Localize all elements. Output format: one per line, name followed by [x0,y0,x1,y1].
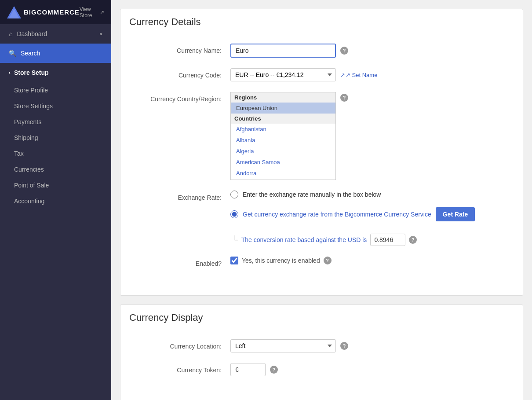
countries-group-label: Countries [231,114,335,124]
currency-display-title: Currency Display [120,305,523,330]
sidebar-item-tax[interactable]: Tax [0,146,111,161]
currency-country-listbox-wrap: Regions European Union Countries Afghani… [230,92,336,180]
listbox-item-american-samoa[interactable]: American Samoa [231,157,335,168]
currency-country-label: Currency Country/Region: [134,92,230,103]
exchange-rate-row: Exchange Rate: Enter the exchange rate m… [134,191,510,246]
exchange-service-label: Get currency exchange rate from the Bigc… [243,211,431,218]
currency-country-listbox[interactable]: Regions European Union Countries Afghani… [230,92,336,180]
sidebar-item-dashboard[interactable]: ⌂ Dashboard « [0,24,111,44]
set-name-icon: ↗ [340,72,345,78]
sidebar-item-store-profile[interactable]: Store Profile [0,82,111,98]
currency-location-label: Currency Location: [134,339,230,350]
enabled-controls: Yes, this currency is enabled ? [230,257,510,264]
collapse-icon: « [99,31,102,37]
sidebar-item-store-settings[interactable]: Store Settings [0,98,111,114]
currency-code-select[interactable]: EUR -- Euro -- €1,234.12 [230,68,336,81]
regions-group-label: Regions [231,92,335,103]
currency-name-controls: ? [230,44,510,58]
sidebar-section-store-setup[interactable]: ‹ Store Setup [0,63,111,82]
conversion-help-icon[interactable]: ? [409,236,417,244]
enabled-row: Enabled? Yes, this currency is enabled ? [134,257,510,267]
currency-code-label: Currency Code: [134,68,230,79]
exchange-rate-label: Exchange Rate: [134,191,230,201]
sidebar-item-payments[interactable]: Payments [0,114,111,130]
listbox-item-algeria[interactable]: Algeria [231,146,335,157]
currency-token-input[interactable] [230,363,266,376]
currency-name-help-icon[interactable]: ? [340,47,348,55]
exchange-manual-label: Enter the exchange rate manually in the … [243,191,381,198]
currency-location-help-icon[interactable]: ? [340,342,348,350]
currency-name-input[interactable] [230,44,336,58]
conversion-rate-input[interactable] [370,234,405,246]
conversion-rate-row: └ The conversion rate based against the … [230,234,417,246]
view-store-link[interactable]: View Store ↗ [80,6,104,18]
search-icon: 🔍 [9,50,16,57]
chevron-left-icon: ‹ [9,70,11,76]
currency-name-row: Currency Name: ? [134,44,510,58]
enabled-checkbox-row: Yes, this currency is enabled ? [230,257,332,264]
currency-country-help-icon[interactable]: ? [340,94,348,102]
enabled-help-icon[interactable]: ? [324,257,332,264]
set-name-link[interactable]: ↗ ↗ Set Name [340,72,377,78]
exchange-radio-manual-row: Enter the exchange rate manually in the … [230,191,381,198]
listbox-item-angola[interactable]: Angola [231,179,335,180]
currency-code-row: Currency Code: EUR -- Euro -- €1,234.12 … [134,68,510,81]
conversion-text: The conversion rate based against the US… [241,236,367,243]
currency-token-controls: ? [230,363,510,376]
logo-area: BIGCOMMERCE [7,6,80,18]
sidebar-item-currencies[interactable]: Currencies [0,161,111,177]
get-rate-button[interactable]: Get Rate [436,207,475,221]
exchange-radio-service[interactable] [230,210,238,218]
sidebar-item-accounting[interactable]: Accounting [0,193,111,209]
sidebar-search[interactable]: 🔍 Search [0,44,111,63]
currency-display-form: Currency Location: Left Right ? Currency… [120,330,523,400]
sidebar: BIGCOMMERCE View Store ↗ ⌂ Dashboard « 🔍… [0,0,111,400]
currency-details-title: Currency Details [120,9,523,35]
listbox-item-andorra[interactable]: Andorra [231,168,335,179]
currency-token-row: Currency Token: ? [134,363,510,376]
home-icon: ⌂ [9,30,12,37]
currency-code-controls: EUR -- Euro -- €1,234.12 ↗ ↗ Set Name [230,68,510,81]
listbox-item-albania[interactable]: Albania [231,135,335,146]
exchange-radio-service-row: Get currency exchange rate from the Bigc… [230,207,475,221]
exchange-radio-manual[interactable] [230,191,238,198]
listbox-item-european-union[interactable]: European Union [231,103,335,114]
sidebar-item-shipping[interactable]: Shipping [0,130,111,146]
sidebar-item-point-of-sale[interactable]: Point of Sale [0,177,111,193]
sidebar-header: BIGCOMMERCE View Store ↗ [0,0,111,24]
currency-location-controls: Left Right ? [230,339,510,352]
enabled-checkbox[interactable] [230,257,238,264]
currency-location-row: Currency Location: Left Right ? [134,339,510,352]
main-content: Currency Details Currency Name: ? Curren… [111,0,532,400]
currency-country-row: Currency Country/Region: Regions Europea… [134,92,510,180]
listbox-item-afghanistan[interactable]: Afghanistan [231,124,335,135]
currency-details-form: Currency Name: ? Currency Code: EUR -- E… [120,35,523,295]
logo-text: BIGCOMMERCE [24,8,80,16]
currency-token-label: Currency Token: [134,363,230,374]
enabled-label: Enabled? [134,257,230,267]
currency-name-label: Currency Name: [134,44,230,54]
enabled-checkbox-label: Yes, this currency is enabled [242,257,320,264]
currency-details-section: Currency Details Currency Name: ? Curren… [120,9,523,296]
external-link-icon: ↗ [100,9,104,15]
bigcommerce-logo-icon [7,6,21,18]
currency-token-help-icon[interactable]: ? [270,366,278,374]
currency-display-section: Currency Display Currency Location: Left… [120,305,523,400]
currency-location-select[interactable]: Left Right [230,339,336,352]
